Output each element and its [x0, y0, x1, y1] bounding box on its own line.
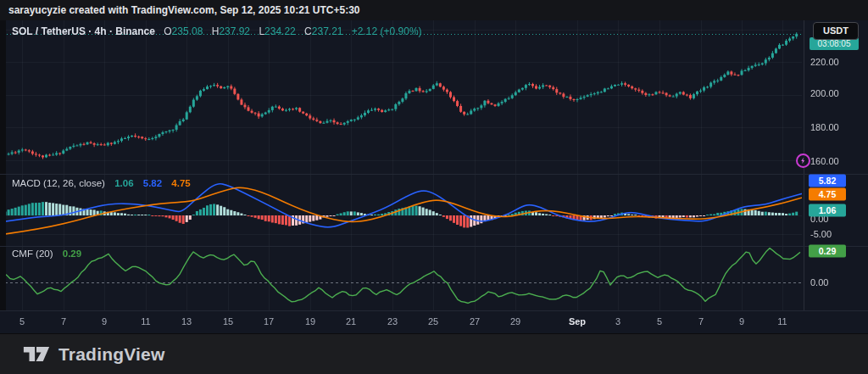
- close-value: 237.21: [312, 25, 343, 37]
- macd-scale-label: -5.00: [810, 229, 832, 239]
- currency-button[interactable]: USDT: [813, 22, 859, 40]
- macd-pane-divider[interactable]: [0, 174, 868, 175]
- cmf-value-badge: 0.29: [809, 245, 846, 258]
- time-axis-label: 5: [657, 310, 662, 332]
- time-axis-label: 21: [346, 310, 356, 332]
- macd-signal-value: 4.75: [171, 178, 190, 188]
- symbol-legend[interactable]: SOL / TetherUS · 4h · Binance O235.08 H2…: [12, 25, 422, 37]
- time-axis-label: 17: [264, 310, 274, 332]
- macd-hist-value: 1.06: [114, 178, 133, 188]
- macd-line-value: 5.82: [143, 178, 162, 188]
- price-axis[interactable]: USDT 03:08:05 220.00200.00180.00160.00 5…: [804, 20, 868, 310]
- time-axis-label: 13: [181, 310, 192, 332]
- cmf-title[interactable]: CMF (20): [12, 248, 53, 259]
- open-label: O: [164, 25, 171, 37]
- cmf-pane-divider[interactable]: [0, 246, 868, 247]
- high-value: 237.92: [219, 25, 250, 37]
- cmf-zero-label: 0.00: [810, 277, 828, 287]
- time-axis-label: 15: [223, 310, 233, 332]
- time-axis-label: 7: [61, 310, 66, 332]
- macd-title[interactable]: MACD (12, 26, close): [12, 178, 105, 188]
- cmf-value: 0.29: [63, 248, 81, 259]
- time-axis-label: 11: [141, 310, 150, 332]
- macd-hist-badge: 1.06: [809, 204, 846, 217]
- price-axis-label: 220.00: [810, 57, 839, 67]
- symbol-title[interactable]: SOL / TetherUS · 4h · Binance: [12, 25, 155, 37]
- cmf-legend[interactable]: CMF (20) 0.29: [12, 248, 81, 259]
- footer: TradingView: [0, 333, 868, 374]
- tradingview-snapshot: sarayucyzie created with TradingView.com…: [0, 0, 868, 374]
- price-axis-label: 200.00: [810, 88, 839, 98]
- lightning-bolt-icon: [799, 156, 807, 165]
- attribution-bar: sarayucyzie created with TradingView.com…: [0, 0, 868, 20]
- boost-flash-icon[interactable]: [796, 154, 810, 168]
- left-gutter: [0, 20, 6, 310]
- tradingview-brand-text[interactable]: TradingView: [58, 344, 165, 365]
- open-value: 235.08: [172, 25, 203, 37]
- time-axis-label: 19: [305, 310, 315, 332]
- close-label: C: [304, 25, 312, 37]
- macd-signal-badge: 4.75: [809, 188, 846, 201]
- time-axis-label: 9: [739, 310, 744, 332]
- macd-line-badge: 5.82: [809, 175, 846, 187]
- price-axis-label: 180.00: [810, 122, 839, 132]
- time-axis-label: 5: [19, 310, 25, 332]
- time-axis-label: 9: [102, 310, 107, 332]
- macd-legend[interactable]: MACD (12, 26, close) 1.06 5.82 4.75: [12, 178, 191, 188]
- low-value: 234.22: [264, 25, 296, 37]
- time-axis[interactable]: 57911131517192123252729Sep357911: [0, 310, 804, 333]
- tradingview-logo-icon[interactable]: [22, 345, 51, 363]
- time-axis-label: 7: [698, 310, 704, 332]
- time-axis-label: 25: [428, 310, 438, 332]
- time-axis-label: 3: [615, 310, 620, 332]
- time-axis-label: 23: [387, 310, 398, 332]
- change-value: +2.12 (+0.90%): [352, 25, 422, 37]
- chart-canvas[interactable]: [0, 20, 804, 310]
- price-axis-label: 160.00: [810, 156, 839, 166]
- time-axis-label: 27: [470, 310, 480, 332]
- time-axis-label: Sep: [569, 310, 586, 332]
- time-axis-label: 29: [510, 310, 520, 332]
- attribution-text: sarayucyzie created with TradingView.com…: [8, 0, 360, 20]
- time-axis-label: 11: [777, 310, 787, 332]
